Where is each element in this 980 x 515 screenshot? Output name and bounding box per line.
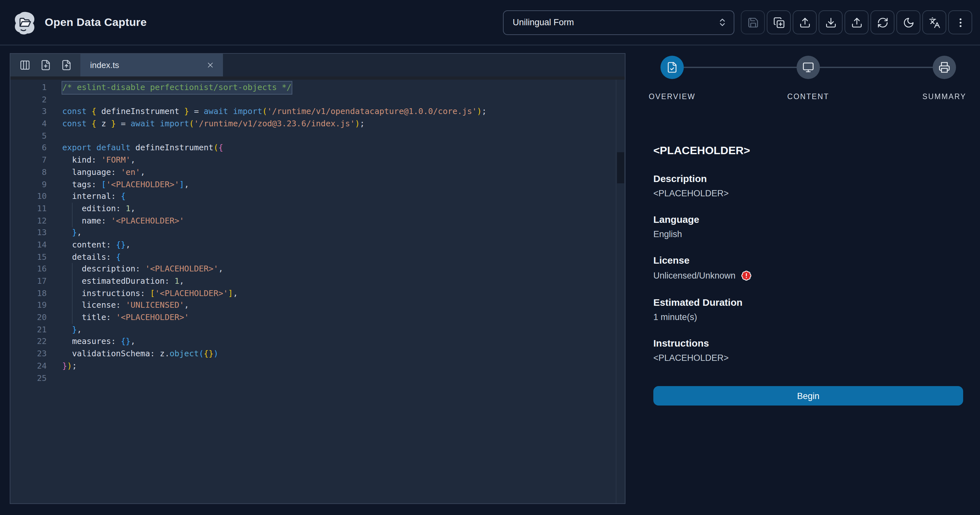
line-number: 1 [10, 82, 47, 94]
instrument-select[interactable]: Unilingual Form [503, 10, 734, 35]
file-check-icon [666, 62, 678, 73]
code-line[interactable]: 2 [10, 94, 625, 106]
code-line[interactable]: 3const { defineInstrument } = await impo… [10, 106, 625, 118]
begin-button[interactable]: Begin [653, 386, 963, 405]
code-line-text: tags: ['<PLACEHOLDER>'], [62, 178, 189, 191]
code-line[interactable]: 19 license: 'UNLICENSED', [10, 300, 625, 312]
editor-scrollbar-thumb[interactable] [617, 152, 624, 183]
step-summary-circle[interactable] [933, 56, 956, 79]
code-line-text: details: { [62, 251, 121, 263]
more-vertical-icon [955, 16, 966, 28]
tab-index-ts[interactable]: index.ts [80, 54, 223, 76]
step-content-circle[interactable] [797, 56, 820, 79]
section-value-text: <PLACEHOLDER> [653, 189, 729, 198]
code-line-text: }, [62, 227, 82, 239]
app-title: Open Data Capture [45, 16, 147, 29]
step-overview-circle[interactable] [660, 56, 684, 79]
step-content: CONTENT [769, 56, 847, 100]
section-value: <PLACEHOLDER> [653, 353, 963, 363]
code-line[interactable]: 23 validationSchema: z.object({}) [10, 348, 625, 360]
line-number: 3 [10, 106, 47, 118]
section-value: Unlicensed/Unknown [653, 270, 963, 281]
line-number: 13 [10, 227, 47, 239]
section-value-text: <PLACEHOLDER> [653, 353, 729, 363]
printer-icon [939, 62, 950, 73]
step-summary: SUMMARY [905, 56, 980, 100]
code-line[interactable]: 7 kind: 'FORM', [10, 154, 625, 166]
code-line-text: measures: {}, [62, 336, 135, 348]
line-number: 5 [10, 130, 47, 142]
tabbar-empty-space [223, 54, 625, 76]
code-line-text: }, [62, 324, 82, 336]
layout-columns-button[interactable] [16, 56, 34, 74]
code-line-text: }); [62, 360, 77, 372]
line-number: 17 [10, 275, 47, 287]
more-menu-button[interactable] [948, 10, 972, 34]
editor-scrollbar[interactable] [616, 79, 625, 503]
code-line[interactable]: 17 estimatedDuration: 1, [10, 275, 625, 287]
code-editor-pane: index.ts 1/* eslint-disable perfectionis… [10, 53, 625, 504]
code-line[interactable]: 8 language: 'en', [10, 167, 625, 178]
stepper: OVERVIEWCONTENTSUMMARY [653, 56, 963, 114]
refresh-button[interactable] [870, 10, 894, 34]
editor-toolbar [10, 54, 80, 76]
line-number: 8 [10, 167, 47, 178]
duplicate-button[interactable] [767, 10, 791, 34]
code-line[interactable]: 4const { z } = await import('/runtime/v1… [10, 118, 625, 130]
code-line[interactable]: 24}); [10, 360, 625, 372]
close-icon [206, 61, 214, 69]
refresh-icon [877, 16, 888, 28]
code-line[interactable]: 6export default defineInstrument({ [10, 142, 625, 154]
code-line-text: kind: 'FORM', [62, 154, 135, 166]
section-label: Language [653, 214, 963, 225]
instrument-sections: Description<PLACEHOLDER>LanguageEnglishL… [653, 173, 963, 363]
code-line[interactable]: 11 edition: 1, [10, 203, 625, 215]
line-number: 10 [10, 191, 47, 202]
copy-plus-icon [773, 16, 784, 28]
code-line[interactable]: 20 title: '<PLACEHOLDER>' [10, 312, 625, 324]
code-line[interactable]: 5 [10, 130, 625, 142]
code-line[interactable]: 15 details: { [10, 251, 625, 263]
code-line-text: export default defineInstrument({ [62, 142, 223, 154]
indent-guide [72, 203, 73, 227]
moon-icon [902, 16, 914, 28]
code-line[interactable]: 18 instructions: ['<PLACEHOLDER>'], [10, 287, 625, 299]
dark-mode-toggle[interactable] [896, 10, 920, 34]
tab-close-button[interactable] [204, 59, 216, 72]
upload-file-button[interactable] [57, 56, 75, 74]
line-number: 16 [10, 263, 47, 275]
upload-button[interactable] [845, 10, 869, 34]
code-line[interactable]: 14 content: {}, [10, 239, 625, 251]
editor-tabbar: index.ts [10, 54, 625, 76]
code-area[interactable]: 1/* eslint-disable perfectionist/sort-ob… [10, 79, 625, 503]
code-line[interactable]: 1/* eslint-disable perfectionist/sort-ob… [10, 82, 625, 94]
language-button[interactable] [922, 10, 946, 34]
section-value-text: 1 minute(s) [653, 312, 697, 322]
file-plus-icon [40, 60, 51, 71]
line-number: 18 [10, 287, 47, 299]
line-number: 4 [10, 118, 47, 130]
code-line-text: /* eslint-disable perfectionist/sort-obj… [62, 82, 291, 94]
section-value-text: Unlicensed/Unknown [653, 271, 736, 280]
code-line[interactable]: 13 }, [10, 227, 625, 239]
new-file-button[interactable] [36, 56, 54, 74]
code-line-text: instructions: ['<PLACEHOLDER>'], [62, 287, 238, 299]
code-line[interactable]: 22 measures: {}, [10, 336, 625, 348]
line-number: 11 [10, 203, 47, 215]
code-line[interactable]: 21 }, [10, 324, 625, 336]
app-root: Open Data Capture Unilingual Form index.… [0, 0, 980, 515]
download-button[interactable] [819, 10, 843, 34]
code-line[interactable]: 25 [10, 372, 625, 384]
share-button[interactable] [793, 10, 817, 34]
code-line[interactable]: 9 tags: ['<PLACEHOLDER>'], [10, 178, 625, 191]
code-line[interactable]: 10 internal: { [10, 191, 625, 202]
code-line-text: edition: 1, [62, 203, 135, 215]
section-estimated-duration: Estimated Duration1 minute(s) [653, 297, 963, 322]
columns-icon [19, 60, 30, 71]
line-number: 9 [10, 178, 47, 191]
code-line[interactable]: 16 description: '<PLACEHOLDER>', [10, 263, 625, 275]
line-number: 22 [10, 336, 47, 348]
monitor-icon [802, 62, 814, 73]
indent-guide [72, 263, 73, 324]
code-line[interactable]: 12 name: '<PLACEHOLDER>' [10, 215, 625, 227]
